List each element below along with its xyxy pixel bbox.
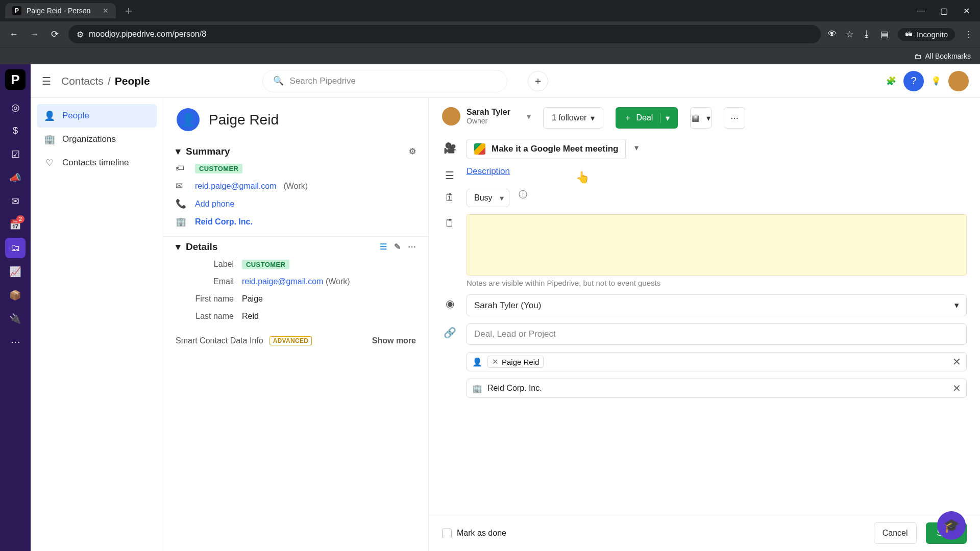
contact-chip[interactable]: ✕ Paige Reid — [487, 356, 544, 368]
site-settings-icon[interactable]: ⚙ — [77, 30, 84, 39]
subnav-people[interactable]: 👤 People — [37, 104, 157, 128]
activity-panel: Sarah Tyler Owner ▾ 1 follower ▾ ＋ Deal — [429, 98, 980, 551]
academy-fab[interactable]: 🎓 — [937, 511, 966, 540]
downloads-icon[interactable]: ⭳ — [863, 29, 871, 39]
info-icon[interactable]: ⓘ — [519, 189, 527, 201]
collapse-subnav-icon[interactable]: ☰ — [42, 75, 51, 87]
global-search[interactable]: 🔍 Search Pipedrive — [262, 70, 507, 92]
availability-select[interactable]: Busy — [467, 189, 509, 207]
rail-deals[interactable]: $ — [5, 120, 26, 141]
more-actions-button[interactable]: ⋯ — [724, 107, 745, 129]
subnav-organizations[interactable]: 🏢 Organizations — [37, 128, 157, 151]
add-phone-link[interactable]: Add phone — [195, 199, 234, 209]
all-bookmarks[interactable]: All Bookmarks — [925, 52, 971, 60]
filter-icon[interactable]: ☰ — [380, 242, 387, 252]
description-link[interactable]: Description — [467, 166, 510, 177]
details-title: Details — [186, 241, 217, 253]
person-avatar[interactable]: 👤 — [177, 108, 200, 131]
bookmark-star-icon[interactable]: ☆ — [846, 29, 853, 40]
chevron-down-icon: ▾ — [706, 113, 710, 123]
user-icon: ◉ — [442, 294, 457, 310]
followers-button[interactable]: 1 follower ▾ — [543, 107, 603, 129]
help-button[interactable]: ? — [903, 71, 924, 91]
summary-org-link[interactable]: Reid Corp. Inc. — [195, 217, 253, 227]
rail-contacts[interactable]: 🗂 — [5, 238, 26, 258]
sidepanel-icon[interactable]: ▤ — [880, 29, 889, 40]
cancel-button[interactable]: Cancel — [874, 522, 917, 544]
subnav-label: Organizations — [62, 134, 116, 144]
pipedrive-logo[interactable]: P — [5, 69, 26, 90]
google-meet-dropdown[interactable]: ▾ — [628, 139, 645, 159]
edit-icon[interactable]: ✎ — [394, 242, 401, 252]
more-icon[interactable]: ⋯ — [408, 242, 416, 252]
owner-selector[interactable]: Sarah Tyler Owner ▾ — [442, 107, 531, 126]
extensions-icon[interactable]: 🧩 — [886, 76, 896, 86]
show-more-link[interactable]: Show more — [372, 336, 416, 345]
rail-insights[interactable]: 📈 — [5, 261, 26, 282]
mark-done-label[interactable]: Mark as done — [457, 529, 506, 538]
layout-button[interactable]: ▦ ▾ — [690, 107, 712, 129]
reload-icon[interactable]: ⟳ — [48, 29, 61, 40]
maximize-icon[interactable]: ▢ — [940, 6, 948, 16]
details-firstname-label: First name — [176, 294, 242, 304]
rail-projects[interactable]: ☑ — [5, 144, 26, 164]
customer-chip[interactable]: CUSTOMER — [195, 164, 242, 173]
add-deal-button[interactable]: ＋ Deal ▾ — [616, 107, 678, 129]
search-placeholder: Search Pipedrive — [290, 76, 356, 86]
details-label-chip[interactable]: CUSTOMER — [242, 260, 289, 269]
google-meet-button[interactable]: Make it a Google Meet meeting — [467, 139, 626, 159]
gear-icon[interactable]: ⚙ — [409, 146, 416, 156]
close-tab-icon[interactable]: ✕ — [103, 7, 109, 15]
advanced-chip: ADVANCED — [270, 336, 312, 345]
contact-chip-label: Paige Reid — [502, 358, 539, 366]
chevron-down-icon: ▾ — [527, 112, 531, 121]
rail-dashboard[interactable]: ◎ — [5, 97, 26, 117]
close-window-icon[interactable]: ✕ — [963, 6, 970, 16]
clear-field-icon[interactable]: ✕ — [952, 356, 961, 368]
org-value: Reid Corp. Inc. — [487, 384, 542, 393]
details-firstname: Paige — [242, 294, 416, 304]
rail-marketplace[interactable]: 🔌 — [5, 308, 26, 329]
notes-textarea[interactable] — [467, 214, 967, 276]
availability-value: Busy — [474, 193, 493, 202]
org-chip-input[interactable]: 🏢 Reid Corp. Inc. ✕ — [467, 379, 967, 398]
summary-email[interactable]: reid.paige@gmail.com — [195, 182, 276, 191]
owner-value: Sarah Tyler (You) — [474, 300, 541, 311]
rail-activities[interactable]: 📅2 — [5, 214, 26, 235]
clear-field-icon[interactable]: ✕ — [952, 382, 961, 394]
contact-chip-input[interactable]: 👤 ✕ Paige Reid ✕ — [467, 352, 967, 371]
chevron-down-icon[interactable]: ▾ — [660, 113, 670, 123]
availability-icon: 🗓 — [442, 189, 457, 204]
chevron-down-icon[interactable]: ▾ — [176, 241, 181, 253]
back-icon[interactable]: ← — [7, 29, 20, 40]
rail-products[interactable]: 📦 — [5, 285, 26, 305]
link-record-input[interactable]: Deal, Lead or Project — [467, 323, 967, 345]
bookmarks-bar: 🗀 All Bookmarks — [0, 47, 980, 64]
browser-menu-icon[interactable]: ⋮ — [964, 29, 973, 40]
eye-off-icon[interactable]: 👁 — [828, 29, 837, 39]
mail-icon: ✉ — [176, 181, 188, 191]
remove-chip-icon[interactable]: ✕ — [492, 357, 499, 366]
rail-mail[interactable]: ✉ — [5, 191, 26, 211]
breadcrumb-root[interactable]: Contacts — [61, 75, 104, 87]
quick-add-button[interactable]: ＋ — [528, 71, 548, 91]
mark-done-checkbox[interactable] — [442, 529, 452, 538]
minimize-icon[interactable]: ― — [917, 6, 925, 16]
details-email[interactable]: reid.paige@gmail.com — [242, 277, 323, 286]
user-avatar[interactable] — [948, 71, 969, 91]
browser-tab[interactable]: P Paige Reid - Person ✕ — [5, 3, 116, 18]
smart-contact-label: Smart Contact Data Info — [176, 336, 263, 345]
owner-select[interactable]: Sarah Tyler (You) ▾ — [467, 294, 967, 316]
rail-more[interactable]: ⋯ — [5, 332, 26, 352]
incognito-indicator[interactable]: 🕶 Incognito — [898, 28, 955, 41]
heart-icon: ♡ — [44, 157, 55, 168]
subnav-contacts-timeline[interactable]: ♡ Contacts timeline — [37, 151, 157, 174]
omnibox[interactable]: ⚙ moodjoy.pipedrive.com/person/8 — [68, 25, 821, 43]
cancel-label: Cancel — [883, 529, 908, 538]
new-tab-button[interactable]: ＋ — [123, 3, 134, 18]
chevron-down-icon[interactable]: ▾ — [176, 145, 181, 157]
lightbulb-icon[interactable]: 💡 — [931, 76, 941, 86]
breadcrumb-current: People — [115, 75, 150, 87]
description-icon: ☰ — [442, 166, 457, 182]
rail-campaigns[interactable]: 📣 — [5, 167, 26, 188]
